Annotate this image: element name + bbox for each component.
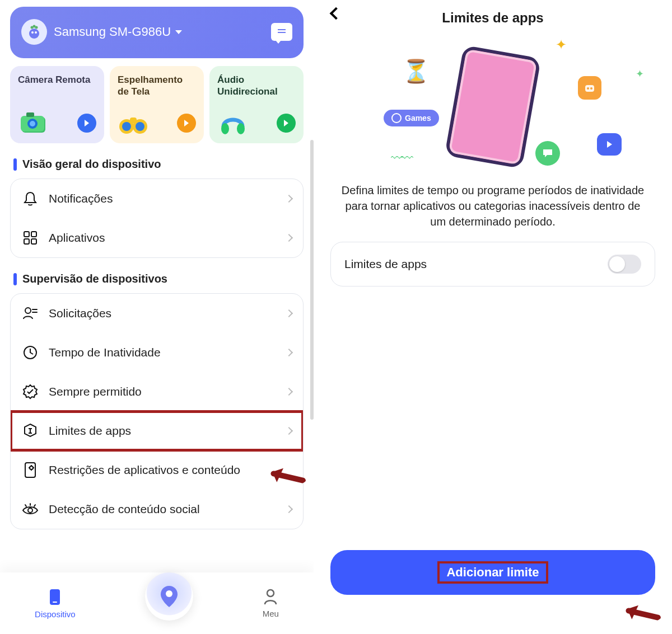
go-icon [77,114,96,133]
sparkle-icon: ✦ [556,37,567,53]
eye-icon [22,501,39,518]
chevron-right-icon [285,505,293,513]
seal-check-icon [22,383,39,400]
feature-one-way-audio[interactable]: Áudio Unidirecional [209,66,304,143]
nav-me[interactable]: Meu [263,589,279,618]
svg-point-12 [122,122,131,131]
svg-rect-20 [24,239,29,244]
row-always-allowed[interactable]: Sempre permitido [11,372,303,411]
phone-illustration [445,45,542,168]
svg-point-26 [28,508,32,513]
svg-point-17 [237,123,245,134]
apps-grid-icon [22,229,39,246]
device-icon [48,588,62,606]
chevron-right-icon [285,195,293,203]
svg-rect-28 [53,602,57,603]
supervision-list: Solicitações Tempo de Inatividade Sempre… [10,293,304,529]
svg-rect-18 [24,232,29,237]
app-limit-icon [22,422,39,439]
button-label: Adicionar limite [446,565,539,579]
add-limit-button[interactable]: Adicionar limite [330,550,655,595]
svg-point-29 [166,590,172,597]
avatar[interactable] [21,19,47,45]
page-title: Limites de apps [442,10,543,26]
feature-remote-camera[interactable]: Câmera Remota [10,66,104,143]
camera-icon [18,110,49,137]
left-pane: Samsung SM-G986U Câmera Remota Espelhame… [0,0,314,634]
svg-point-9 [30,121,35,126]
svg-rect-24 [25,463,35,477]
section-title: Visão geral do dispositivo [22,158,161,171]
feature-screen-mirror[interactable]: Espelhamento de Tela [110,66,204,143]
row-label: Restrições de aplicativos e conteúdo [49,463,240,477]
chevron-right-icon [285,309,293,317]
row-label: Limites de apps [49,424,131,438]
device-name-text: Samsung SM-G986U [54,25,171,39]
row-label: Tempo de Inatividade [49,346,161,359]
games-pill: Games [384,110,439,126]
svg-point-30 [267,590,274,597]
annotation-highlight: Adicionar limite [437,561,548,584]
row-requests[interactable]: Solicitações [11,294,303,333]
right-header: Limites de apps [330,0,655,31]
nav-location[interactable] [145,572,193,621]
robot-icon [578,76,601,100]
svg-rect-10 [26,112,34,117]
request-icon [22,305,39,322]
section-header-overview: Visão geral do dispositivo [0,143,314,179]
row-app-limits[interactable]: Limites de apps [11,411,303,450]
description-text: Defina limites de tempo ou programe perí… [330,182,655,242]
caret-down-icon [175,30,182,34]
chat-icon[interactable] [271,23,292,41]
person-icon [263,589,278,605]
svg-rect-21 [31,239,36,244]
nav-device[interactable]: Dispositivo [35,588,76,619]
row-label: Solicitações [49,307,111,320]
chevron-right-icon [285,427,293,435]
go-icon [177,114,196,133]
go-icon [277,114,296,133]
svg-point-0 [29,29,39,39]
svg-point-5 [35,26,38,29]
bell-icon [22,190,39,207]
section-bar-icon [13,273,17,285]
back-button[interactable] [330,7,343,20]
feature-label: Câmera Remota [18,74,96,102]
squiggle-icon: 〰〰 [391,151,411,166]
section-title: Supervisão de dispositivos [22,273,167,285]
row-label: Detecção de conteúdo social [49,502,200,516]
nav-label: Dispositivo [35,609,76,619]
row-notifications[interactable]: Notificações [11,179,303,218]
binoculars-icon [118,110,149,137]
headphones-icon [217,110,249,137]
row-apps[interactable]: Aplicativos [11,218,303,257]
toggle-knob [609,256,625,272]
row-social-detection[interactable]: Detecção de conteúdo social [11,490,303,529]
feature-label: Espelhamento de Tela [118,74,196,102]
svg-rect-15 [130,118,137,123]
row-label: Aplicativos [49,231,105,245]
device-selector[interactable]: Samsung SM-G986U [54,25,264,39]
row-label: Notificações [49,192,113,205]
nav-label: Meu [263,609,279,618]
svg-point-16 [221,123,229,134]
row-restrictions[interactable]: Restrições de aplicativos e conteúdo [11,450,303,490]
svg-rect-19 [31,232,36,237]
row-label: Sempre permitido [49,385,142,398]
chat-bubble-icon [535,141,560,166]
row-downtime[interactable]: Tempo de Inatividade [11,333,303,372]
svg-point-33 [590,87,592,90]
overview-list: Notificações Aplicativos [10,179,304,258]
sparkle-icon: ✦ [636,68,644,80]
section-header-supervision: Supervisão de dispositivos [0,258,314,293]
app-limits-toggle[interactable] [608,255,641,274]
svg-point-1 [31,31,34,34]
hourglass-icon: ⏳ [402,58,430,84]
chevron-right-icon [285,349,293,356]
svg-point-32 [587,87,589,90]
right-pane: Limites de apps ✦ ✦ ⏳ Games 〰〰 Defina li… [314,0,672,634]
section-bar-icon [13,158,17,171]
svg-point-2 [35,31,37,34]
pin-icon [160,585,179,608]
app-limits-toggle-row: Limites de apps [330,242,655,287]
